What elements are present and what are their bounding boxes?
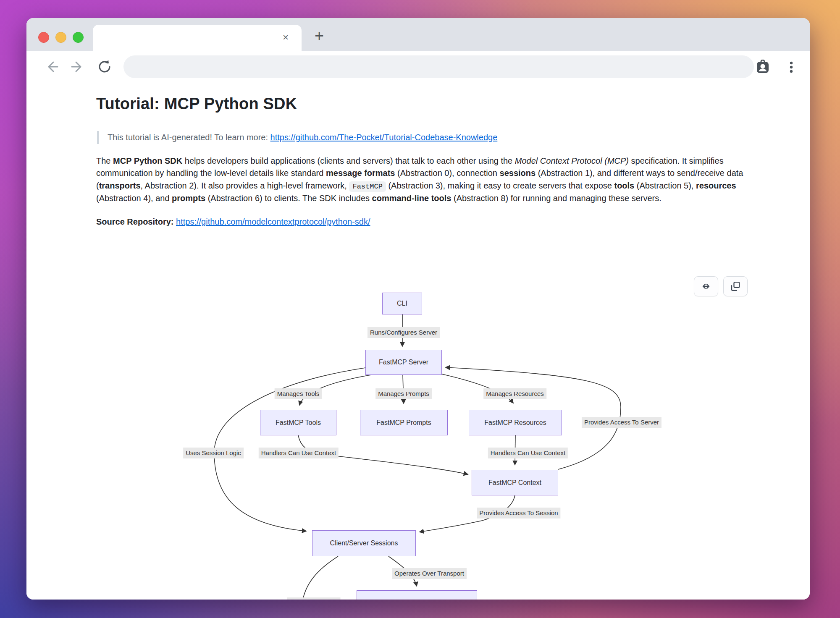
forward-icon[interactable] <box>70 59 85 74</box>
edge-label-manages-prompts: Manages Prompts <box>375 388 432 399</box>
flowchart-edges <box>26 273 810 600</box>
edge-label-handlers-can-use-context-right: Handlers Can Use Context <box>488 448 568 458</box>
new-tab-button[interactable]: + <box>309 26 330 47</box>
callout-text: This tutorial is AI-generated! To learn … <box>108 133 270 142</box>
callout-link[interactable]: https://github.com/The-Pocket/Tutorial-C… <box>270 133 498 142</box>
edge-label-provides-access-to-server: Provides Access To Server <box>582 417 662 428</box>
edge-label-runs-configures-server: Runs/Configures Server <box>368 327 440 338</box>
diagram-expand-button[interactable] <box>694 276 718 296</box>
browser-toolbar <box>26 51 810 83</box>
maximize-window-button[interactable] <box>73 32 84 43</box>
node-fastmcp-resources: FastMCP Resources <box>469 410 562 435</box>
edge-label-operates-over-transport: Operates Over Transport <box>392 568 467 579</box>
minimize-window-button[interactable] <box>55 32 66 43</box>
back-icon[interactable] <box>44 59 59 74</box>
page-content: Tutorial: MCP Python SDK This tutorial i… <box>26 83 810 600</box>
source-repository-line: Source Repository: https://github.com/mo… <box>96 217 760 227</box>
node-fastmcp-server: FastMCP Server <box>365 350 442 375</box>
copy-icon <box>730 280 741 292</box>
node-fastmcp-prompts: FastMCP Prompts <box>360 410 448 435</box>
edge-sessions-left <box>303 556 338 600</box>
node-fastmcp-context: FastMCP Context <box>472 470 558 495</box>
tab-strip: × + <box>26 18 810 51</box>
edge-label-handlers-can-use-context-left: Handlers Can Use Context <box>259 448 339 458</box>
browser-tab[interactable]: × <box>93 25 302 51</box>
reload-icon[interactable] <box>97 59 112 74</box>
node-client-server-sessions: Client/Server Sessions <box>312 530 416 556</box>
page-title: Tutorial: MCP Python SDK <box>96 83 760 119</box>
flowchart-diagram: Runs/Configures Server Manages Tools Man… <box>26 273 810 600</box>
menu-kebab-icon[interactable] <box>784 60 799 75</box>
edge-label-uses-session-logic: Uses Session Logic <box>183 448 244 458</box>
node-cli: CLI <box>382 293 422 314</box>
browser-window: × + Tutorial: MCP Python SDK <box>26 18 810 600</box>
edge-label-manages-resources: Manages Resources <box>483 388 546 399</box>
tab-close-icon[interactable]: × <box>279 31 292 44</box>
ai-generated-callout: This tutorial is AI-generated! To learn … <box>97 131 760 144</box>
edge-label-provides-access-to-session: Provides Access To Session <box>477 508 560 518</box>
intro-paragraph: The MCP Python SDK helps developers buil… <box>96 155 760 204</box>
expand-horizontal-icon <box>700 280 712 293</box>
address-bar[interactable] <box>123 55 754 78</box>
window-controls <box>38 32 84 43</box>
source-repository-label: Source Repository: <box>96 217 176 226</box>
diagram-copy-button[interactable] <box>723 276 748 296</box>
source-repository-link[interactable]: https://github.com/modelcontextprotocol/… <box>176 217 370 226</box>
profile-avatar-icon[interactable] <box>755 60 770 75</box>
close-window-button[interactable] <box>38 32 49 43</box>
edge-label-cutoff <box>287 597 341 600</box>
node-fastmcp-tools: FastMCP Tools <box>260 410 336 435</box>
node-transport-cutoff <box>357 590 477 600</box>
edge-label-manages-tools: Manages Tools <box>275 388 322 399</box>
